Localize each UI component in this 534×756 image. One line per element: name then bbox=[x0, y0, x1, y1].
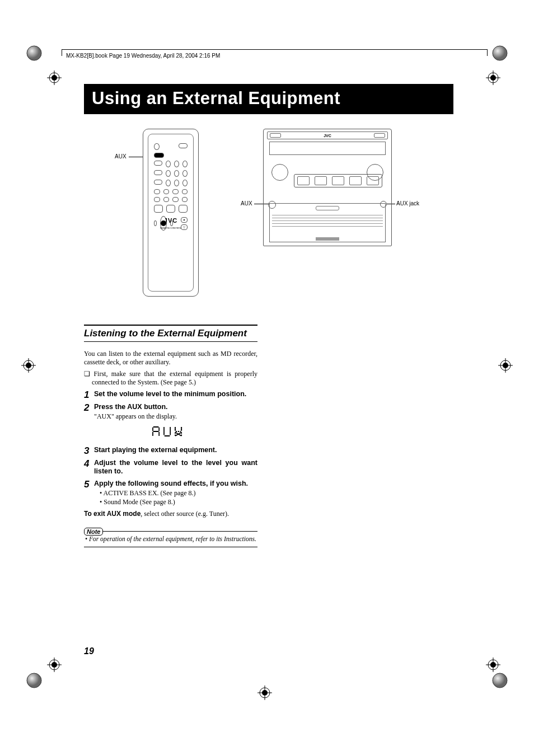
step-number: 5 bbox=[84, 480, 94, 506]
chapter-title: Using an External Equipment bbox=[92, 88, 446, 109]
crop-line bbox=[62, 49, 487, 50]
page: MX-KB2[B].book Page 19 Wednesday, April … bbox=[0, 0, 534, 756]
remote-subtitle: REMOTE CONTROL bbox=[148, 227, 193, 229]
rule bbox=[84, 531, 257, 532]
reg-sphere-icon bbox=[491, 45, 508, 62]
callout-aux-remote: AUX bbox=[115, 153, 127, 159]
text-column: Listening to the External Equipment You … bbox=[84, 325, 257, 547]
svg-point-1 bbox=[493, 46, 507, 60]
diagram-row: AUX bbox=[84, 129, 453, 308]
step-5: 5 Apply the following sound effects, if … bbox=[84, 480, 257, 506]
crosshair-icon bbox=[47, 71, 62, 85]
mainunit-diagram: JVC bbox=[263, 129, 392, 246]
step-bullets: ACTIVE BASS EX. (See page 8.) Sound Mode… bbox=[94, 489, 257, 506]
content-area: Using an External Equipment AUX bbox=[84, 84, 453, 547]
crosshair-icon bbox=[486, 658, 500, 672]
reg-sphere-icon bbox=[491, 672, 508, 689]
crosshair-icon bbox=[21, 358, 36, 373]
step-heading: Apply the following sound effects, if yo… bbox=[94, 480, 257, 489]
exit-bold: To exit AUX mode bbox=[84, 510, 140, 518]
reg-sphere-icon bbox=[26, 672, 43, 689]
step-heading: Set the volume level to the minimum posi… bbox=[94, 390, 257, 399]
svg-point-0 bbox=[27, 46, 41, 60]
crosshair-icon bbox=[486, 71, 500, 85]
step-1: 1 Set the volume level to the minimum po… bbox=[84, 390, 257, 400]
bullet-item: ACTIVE BASS EX. (See page 8.) bbox=[100, 489, 257, 497]
reg-sphere-icon bbox=[26, 45, 43, 62]
step-number: 1 bbox=[84, 390, 94, 400]
remote-diagram: ▲▽ JVC REMOTE CONTROL bbox=[143, 129, 199, 297]
brand-logo: JVC bbox=[148, 217, 193, 224]
intro-paragraph: You can listen to the external equipment… bbox=[84, 350, 257, 367]
note-block: Note • For operation of the external equ… bbox=[84, 525, 257, 547]
crosshair-icon bbox=[47, 658, 62, 672]
rule bbox=[84, 547, 257, 547]
remote-outline: ▲▽ JVC REMOTE CONTROL bbox=[148, 134, 194, 292]
running-header: MX-KB2[B].book Page 19 Wednesday, April … bbox=[66, 53, 220, 59]
crop-tick bbox=[62, 49, 62, 56]
checkbox-icon: ❏ bbox=[84, 370, 90, 378]
callout-aux-unit: AUX bbox=[241, 200, 252, 206]
step-2: 2 Press the AUX button. "AUX" appears on… bbox=[84, 403, 257, 421]
section-heading: Listening to the External Equipment bbox=[84, 328, 257, 339]
step-heading: Adjust the volume level to the level you… bbox=[94, 459, 257, 476]
step-number: 4 bbox=[84, 459, 94, 476]
step-3: 3 Start playing the external equipment. bbox=[84, 446, 257, 456]
crosshair-icon bbox=[498, 358, 513, 373]
exit-rest: , select other source (e.g. Tuner). bbox=[140, 510, 229, 518]
bullet-item: Sound Mode (See page 8.) bbox=[100, 497, 257, 506]
lcd-aux-icon bbox=[84, 425, 257, 440]
step-subtext: "AUX" appears on the display. bbox=[94, 412, 257, 421]
step-heading: Start playing the external equipment. bbox=[94, 446, 257, 455]
chapter-title-bar: Using an External Equipment bbox=[84, 84, 453, 114]
precheck-text: First, make sure that the external equip… bbox=[92, 370, 257, 386]
svg-point-3 bbox=[493, 673, 507, 688]
exit-line: To exit AUX mode, select other source (e… bbox=[84, 510, 257, 518]
note-badge: Note bbox=[84, 528, 103, 536]
note-text: • For operation of the external equipmen… bbox=[84, 535, 257, 543]
crop-tick bbox=[487, 49, 488, 56]
unit-brand: JVC bbox=[324, 134, 331, 138]
page-number: 19 bbox=[84, 646, 94, 656]
rule bbox=[84, 325, 257, 326]
step-heading: Press the AUX button. bbox=[94, 403, 257, 412]
step-number: 3 bbox=[84, 446, 94, 456]
precheck-paragraph: ❏ First, make sure that the external equ… bbox=[84, 370, 257, 387]
crosshair-icon bbox=[257, 685, 272, 700]
svg-point-2 bbox=[27, 673, 41, 688]
rule bbox=[84, 341, 257, 342]
callout-aux-jack: AUX jack bbox=[396, 200, 419, 206]
step-4: 4 Adjust the volume level to the level y… bbox=[84, 459, 257, 476]
step-number: 2 bbox=[84, 403, 94, 421]
